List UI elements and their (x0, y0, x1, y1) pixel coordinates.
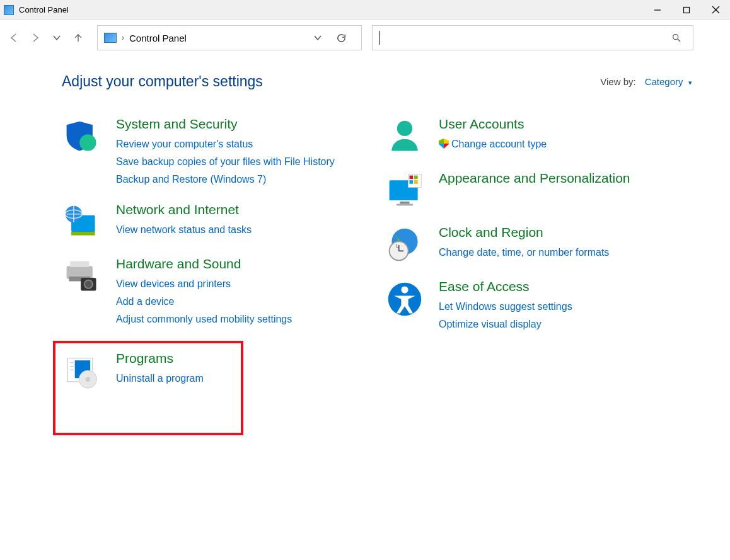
svg-rect-26 (397, 204, 413, 206)
svg-rect-1 (684, 7, 690, 13)
viewby-value: Category (645, 76, 683, 87)
minimize-button[interactable] (643, 0, 672, 20)
category-ease-of-access: Ease of Access Let Windows suggest setti… (385, 279, 675, 333)
chevron-right-icon: › (122, 33, 124, 42)
category-programs: Programs Uninstall a program (58, 342, 352, 429)
svg-rect-29 (414, 176, 418, 180)
svg-rect-8 (71, 232, 95, 236)
refresh-button[interactable] (336, 33, 361, 43)
up-button[interactable] (69, 29, 87, 47)
category-link[interactable]: View network status and tasks (116, 221, 252, 239)
programs-icon (62, 351, 102, 391)
svg-rect-31 (414, 180, 418, 184)
link-text: Change account type (451, 139, 547, 149)
category-link[interactable]: Add a device (116, 293, 292, 311)
header-row: Adjust your computer's settings View by:… (62, 73, 692, 90)
back-button[interactable] (5, 29, 23, 47)
forward-button[interactable] (26, 29, 44, 47)
svg-rect-12 (70, 261, 89, 267)
window-title: Control Panel (19, 5, 69, 14)
category-title[interactable]: Hardware and Sound (116, 256, 292, 271)
category-hardware-sound: Hardware and Sound View devices and prin… (62, 256, 352, 328)
category-link[interactable]: Uninstall a program (116, 370, 204, 387)
printer-camera-icon (62, 256, 102, 297)
category-link[interactable]: Adjust commonly used mobility settings (116, 311, 292, 328)
address-bar[interactable]: › Control Panel (97, 25, 362, 50)
svg-point-38 (401, 286, 408, 293)
category-link[interactable]: View devices and printers (116, 275, 292, 293)
search-box[interactable] (372, 25, 693, 50)
accessibility-icon (385, 279, 425, 319)
category-title[interactable]: System and Security (116, 117, 335, 132)
monitor-colors-icon (385, 171, 425, 211)
caret-down-icon: ▾ (688, 79, 692, 86)
category-title[interactable]: User Accounts (439, 117, 547, 132)
svg-point-23 (397, 121, 412, 136)
category-title[interactable]: Network and Internet (116, 202, 252, 217)
control-panel-icon (104, 33, 117, 43)
user-icon (385, 117, 425, 157)
viewby-dropdown[interactable]: Category ▾ (645, 76, 692, 88)
right-column: User Accounts Change account type Appear… (385, 117, 675, 443)
svg-point-6 (79, 134, 96, 151)
nav-row: › Control Panel (0, 20, 730, 55)
svg-line-5 (678, 39, 680, 42)
svg-point-15 (84, 280, 93, 289)
svg-rect-30 (410, 180, 414, 184)
address-dropdown[interactable] (313, 33, 336, 42)
shield-icon (62, 117, 102, 157)
category-link[interactable]: Let Windows suggest settings (439, 298, 572, 316)
recent-dropdown[interactable] (48, 29, 66, 47)
svg-point-4 (673, 35, 678, 40)
svg-rect-25 (400, 202, 410, 204)
search-icon[interactable] (671, 33, 693, 43)
app-icon (4, 5, 14, 15)
category-link[interactable]: Review your computer's status (116, 135, 335, 153)
svg-rect-28 (410, 176, 414, 180)
category-link[interactable]: Backup and Restore (Windows 7) (116, 171, 335, 188)
category-system-security: System and Security Review your computer… (62, 117, 352, 188)
page-title: Adjust your computer's settings (62, 73, 263, 90)
category-clock-region: L Clock and Region Change date, time, or… (385, 225, 675, 265)
uac-shield-icon (439, 139, 449, 149)
category-title[interactable]: Clock and Region (439, 225, 609, 240)
left-column: System and Security Review your computer… (62, 117, 352, 443)
category-title[interactable]: Appearance and Personalization (439, 171, 630, 186)
category-appearance: Appearance and Personalization (385, 171, 675, 211)
category-title[interactable]: Programs (116, 351, 204, 366)
viewby-label: View by: (600, 76, 635, 87)
address-text: Control Panel (129, 33, 187, 43)
category-link[interactable]: Change account type (439, 135, 547, 153)
svg-text:L: L (396, 243, 399, 249)
category-user-accounts: User Accounts Change account type (385, 117, 675, 157)
category-link[interactable]: Save backup copies of your files with Fi… (116, 153, 335, 171)
category-link[interactable]: Optimize visual display (439, 316, 572, 333)
category-title[interactable]: Ease of Access (439, 279, 572, 294)
svg-point-22 (86, 377, 91, 382)
maximize-button[interactable] (672, 0, 701, 20)
category-columns: System and Security Review your computer… (62, 117, 692, 443)
search-input[interactable] (379, 33, 671, 43)
clock-globe-icon: L (385, 225, 425, 265)
category-network-internet: Network and Internet View network status… (62, 202, 352, 243)
globe-monitor-icon (62, 202, 102, 243)
body: Adjust your computer's settings View by:… (0, 55, 730, 443)
titlebar: Control Panel (0, 0, 730, 20)
close-button[interactable] (701, 0, 730, 20)
category-link[interactable]: Change date, time, or number formats (439, 244, 609, 261)
